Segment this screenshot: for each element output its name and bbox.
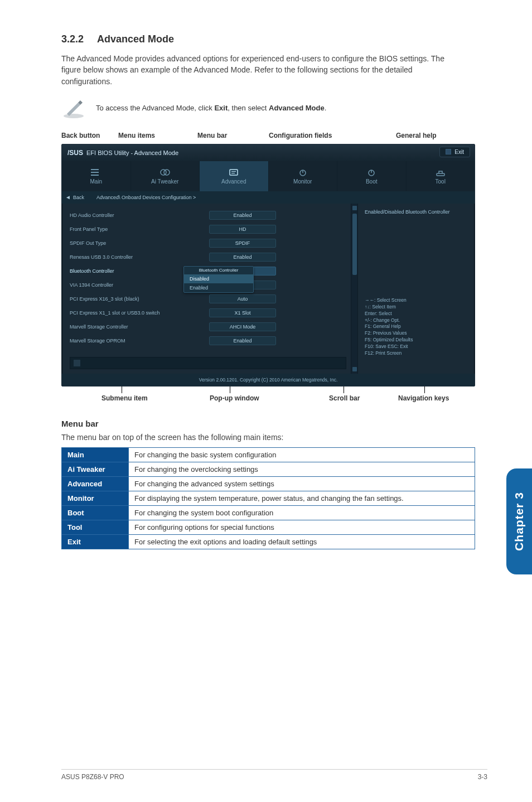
tab-bar: Main Ai Tweaker Advanced Monitor Boot To… bbox=[62, 161, 475, 191]
settings-panel: HD Audio ControllerEnabled Front Panel T… bbox=[62, 204, 351, 374]
value-pill[interactable]: Auto bbox=[209, 294, 276, 303]
row-pcie-x16[interactable]: PCI Express X16_3 slot (black)Auto bbox=[70, 293, 346, 305]
bios-window: /SUS EFI BIOS Utility - Advanced Mode Ex… bbox=[61, 144, 475, 386]
scroll-thumb[interactable] bbox=[352, 214, 357, 275]
label-scrollbar: Scroll bar bbox=[329, 394, 360, 402]
exit-button[interactable]: Exit bbox=[439, 147, 470, 157]
back-button[interactable]: ◄Back bbox=[65, 194, 88, 200]
row-pcie-x1[interactable]: PCI Express X1_1 slot or USB3.0 switchX1… bbox=[70, 307, 346, 319]
label-popup: Pop-up window bbox=[210, 394, 259, 402]
value-pill[interactable]: X1 Slot bbox=[209, 308, 276, 317]
row-spdif[interactable]: SPDIF Out TypeSPDIF bbox=[70, 237, 346, 249]
svg-rect-3 bbox=[91, 175, 99, 176]
row-renesas[interactable]: Renesas USB 3.0 ControllerEnabled bbox=[70, 251, 346, 263]
menubar-heading: Menu bar bbox=[61, 419, 487, 428]
table-row: BootFor changing the system boot configu… bbox=[62, 505, 475, 520]
scroll-down-icon[interactable] bbox=[352, 367, 357, 371]
svg-rect-8 bbox=[231, 173, 235, 173]
svg-point-0 bbox=[64, 114, 84, 118]
svg-rect-7 bbox=[231, 171, 236, 172]
table-row: AdvancedFor changing the advanced system… bbox=[62, 476, 475, 491]
label-navkeys: Navigation keys bbox=[398, 394, 449, 402]
scroll-up-icon[interactable] bbox=[352, 206, 357, 210]
value-pill[interactable]: HD bbox=[209, 225, 276, 234]
tab-ai-tweaker[interactable]: Ai Tweaker bbox=[130, 161, 200, 191]
label-menu-bar: Menu bar bbox=[197, 132, 227, 139]
footer-right: 3-3 bbox=[478, 773, 487, 781]
tab-main[interactable]: Main bbox=[62, 161, 130, 191]
popup-item-enabled[interactable]: Enabled bbox=[184, 283, 253, 292]
intro-text: The Advanced Mode provides advanced opti… bbox=[61, 53, 452, 87]
tab-tool[interactable]: Tool bbox=[406, 161, 475, 191]
table-row: ExitFor selecting the exit options and l… bbox=[62, 534, 475, 549]
label-config-fields: Configuration fields bbox=[269, 132, 332, 139]
table-row: MonitorFor displaying the system tempera… bbox=[62, 491, 475, 505]
tab-boot[interactable]: Boot bbox=[337, 161, 406, 191]
tab-advanced[interactable]: Advanced bbox=[199, 161, 268, 191]
tab-monitor[interactable]: Monitor bbox=[268, 161, 337, 191]
menubar-intro: The menu bar on top of the screen has th… bbox=[61, 433, 487, 442]
section-number: 3.2.2 bbox=[61, 33, 84, 45]
svg-rect-2 bbox=[91, 172, 99, 173]
value-pill[interactable]: Enabled bbox=[209, 253, 276, 262]
popup-window: Bluetooth Controller Disabled Enabled bbox=[183, 266, 254, 293]
row-front-panel[interactable]: Front Panel TypeHD bbox=[70, 223, 346, 235]
value-pill[interactable]: AHCI Mode bbox=[209, 322, 276, 331]
row-hd-audio[interactable]: HD Audio ControllerEnabled bbox=[70, 209, 346, 221]
svg-rect-6 bbox=[230, 170, 238, 175]
table-row: Ai TweakerFor changing the overclocking … bbox=[62, 462, 475, 476]
popup-item-disabled[interactable]: Disabled bbox=[184, 274, 253, 283]
popup-title: Bluetooth Controller bbox=[184, 267, 253, 274]
footer-left: ASUS P8Z68-V PRO bbox=[61, 773, 124, 781]
breadcrumb-path: Advanced\ Onboard Devices Configuration … bbox=[96, 195, 196, 200]
scrollbar[interactable] bbox=[351, 204, 357, 374]
svg-rect-11 bbox=[437, 173, 444, 176]
value-pill[interactable]: Enabled bbox=[209, 336, 276, 345]
label-back-button: Back button bbox=[61, 132, 100, 139]
spacer-panel bbox=[70, 357, 346, 369]
row-marvell-storage[interactable]: Marvell Storage ControllerAHCI Mode bbox=[70, 321, 346, 333]
note-text: To access the Advanced Mode, click Exit,… bbox=[96, 104, 326, 112]
value-pill[interactable]: SPDIF bbox=[209, 239, 276, 248]
table-row: ToolFor configuring options for special … bbox=[62, 520, 475, 534]
value-pill[interactable]: Enabled bbox=[209, 211, 276, 220]
navigation-keys: →←: Select Screen ↑↓: Select Item Enter:… bbox=[365, 297, 413, 357]
label-submenu: Submenu item bbox=[101, 394, 148, 402]
help-text: Enabled/Disabled Bluetooth Controller bbox=[365, 209, 470, 215]
bios-title: EFI BIOS Utility - Advanced Mode bbox=[86, 149, 178, 156]
menubar-table: MainFor changing the basic system config… bbox=[61, 447, 475, 549]
chapter-tab: Chapter 3 bbox=[506, 468, 532, 574]
label-menu-items: Menu items bbox=[118, 132, 155, 139]
svg-point-5 bbox=[164, 170, 170, 175]
brand-logo: /SUS bbox=[67, 149, 83, 157]
exit-icon bbox=[446, 149, 451, 154]
table-row: MainFor changing the basic system config… bbox=[62, 447, 475, 462]
row-marvell-oprom[interactable]: Marvell Storage OPROMEnabled bbox=[70, 335, 346, 347]
note-icon bbox=[61, 97, 86, 119]
back-arrow-icon: ◄ bbox=[65, 194, 71, 200]
svg-rect-1 bbox=[91, 169, 99, 170]
version-bar: Version 2.00.1201. Copyright (C) 2010 Am… bbox=[62, 374, 475, 386]
section-title: Advanced Mode bbox=[97, 33, 174, 45]
help-panel: Enabled/Disabled Bluetooth Controller →←… bbox=[357, 204, 475, 374]
label-general-help: General help bbox=[396, 132, 437, 139]
